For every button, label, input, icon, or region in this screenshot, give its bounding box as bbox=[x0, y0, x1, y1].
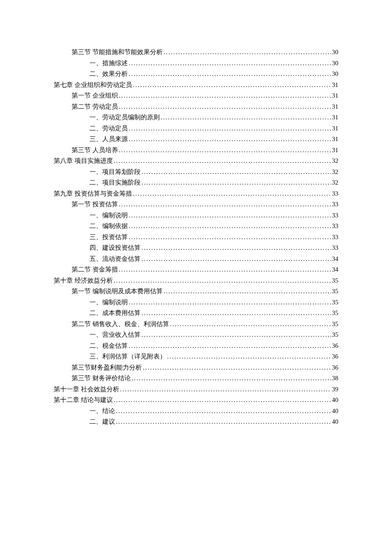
toc-entry: 第三节 财务评价结论38 bbox=[72, 373, 338, 384]
toc-page-number: 33 bbox=[332, 232, 338, 243]
toc-entry: 第二节 资金筹措34 bbox=[72, 264, 338, 275]
toc-entry: 第十一章 社会效益分析39 bbox=[54, 384, 338, 395]
toc-leader-dots bbox=[114, 156, 331, 167]
toc-leader-dots bbox=[161, 112, 331, 123]
toc-leader-dots bbox=[119, 101, 331, 113]
toc-entry: 第三节财务盈利能力分析36 bbox=[72, 362, 338, 373]
toc-page-number: 31 bbox=[332, 80, 338, 91]
toc-label: 第一节 编制说明及成本费用估算 bbox=[72, 286, 163, 297]
toc-page-number: 40 bbox=[332, 406, 338, 417]
toc-page-number: 40 bbox=[332, 416, 338, 428]
toc-entry: 第二节 劳动定员31 bbox=[72, 101, 338, 113]
toc-page-number: 32 bbox=[332, 167, 338, 178]
toc-label: 第十一章 社会效益分析 bbox=[54, 384, 119, 395]
toc-page-number: 31 bbox=[332, 134, 338, 145]
toc-label: 第一节 企业组织 bbox=[72, 90, 118, 101]
toc-entry: 二、编制依据33 bbox=[89, 221, 338, 232]
toc-leader-dots bbox=[116, 406, 331, 417]
toc-entry: 二、成本费用估算35 bbox=[89, 308, 338, 319]
toc-label: 一、项目筹划阶段 bbox=[89, 167, 141, 178]
toc-label: 第八章 项目实施进度 bbox=[54, 156, 113, 167]
toc-page-number: 40 bbox=[332, 395, 338, 406]
toc-label: 二、编制依据 bbox=[89, 221, 128, 232]
toc-leader-dots bbox=[119, 145, 331, 156]
toc-entry: 二、建议40 bbox=[89, 416, 338, 428]
toc-leader-dots bbox=[141, 177, 331, 188]
toc-page-number: 32 bbox=[332, 156, 338, 167]
toc-entry: 五、流动资金估算34 bbox=[89, 254, 338, 265]
toc-label: 二、项目实施阶段 bbox=[89, 177, 141, 188]
toc-leader-dots bbox=[132, 373, 331, 384]
toc-leader-dots bbox=[141, 167, 331, 178]
toc-label: 二、劳动定员 bbox=[89, 123, 128, 134]
toc-label: 一、营业收入估算 bbox=[89, 330, 141, 341]
toc-page-number: 36 bbox=[332, 362, 338, 373]
toc-page-number: 33 bbox=[332, 221, 338, 232]
toc-leader-dots bbox=[129, 123, 331, 134]
toc-label: 三、利润估算（详见附表） bbox=[89, 351, 166, 362]
toc-page-number: 35 bbox=[332, 297, 338, 308]
toc-entry: 第二节 销售收入、税金、利润估算35 bbox=[72, 319, 338, 330]
toc-leader-dots bbox=[119, 90, 331, 101]
toc-entry: 第七章 企业组织和劳动定员31 bbox=[54, 80, 338, 91]
toc-page-number: 39 bbox=[332, 384, 338, 395]
toc-label: 二、效果分析 bbox=[89, 69, 128, 80]
toc-label: 第三节 财务评价结论 bbox=[72, 373, 131, 384]
toc-label: 第二节 销售收入、税金、利润估算 bbox=[72, 319, 169, 330]
toc-leader-dots bbox=[129, 69, 331, 80]
toc-leader-dots bbox=[170, 319, 331, 330]
toc-leader-dots bbox=[141, 243, 331, 254]
toc-page-number: 31 bbox=[332, 101, 338, 113]
toc-leader-dots bbox=[141, 308, 331, 319]
toc-page-number: 35 bbox=[332, 275, 338, 286]
toc-page-number: 33 bbox=[332, 188, 338, 199]
toc-label: 二、税金估算 bbox=[89, 341, 128, 352]
toc-label: 二、建议 bbox=[89, 416, 115, 428]
toc-entry: 第三节 人员培养31 bbox=[72, 145, 338, 156]
toc-leader-dots bbox=[129, 58, 331, 69]
toc-leader-dots bbox=[114, 395, 331, 406]
toc-entry: 第一节 投资估算33 bbox=[72, 199, 338, 210]
toc-leader-dots bbox=[119, 199, 331, 210]
toc-entry: 二、效果分析30 bbox=[89, 69, 338, 80]
toc-label: 五、流动资金估算 bbox=[89, 254, 141, 265]
toc-leader-dots bbox=[141, 330, 331, 341]
toc-page-number: 31 bbox=[332, 123, 338, 134]
toc-page-number: 38 bbox=[332, 373, 338, 384]
toc-label: 第十章 经济效益分析 bbox=[54, 275, 113, 286]
toc-entry: 第三节 节能措施和节能效果分析30 bbox=[72, 47, 338, 58]
toc-label: 四、建设投资估算 bbox=[89, 243, 141, 254]
toc-page-number: 30 bbox=[332, 58, 338, 69]
toc-entry: 第十二章 结论与建议40 bbox=[54, 395, 338, 406]
toc-label: 一、措施综述 bbox=[89, 58, 128, 69]
toc-page-number: 36 bbox=[332, 341, 338, 352]
toc-leader-dots bbox=[143, 362, 331, 373]
toc-leader-dots bbox=[120, 384, 331, 395]
toc-leader-dots bbox=[116, 416, 331, 428]
toc-page-number: 30 bbox=[332, 69, 338, 80]
toc-page-number: 34 bbox=[332, 254, 338, 265]
toc-entry: 第十章 经济效益分析35 bbox=[54, 275, 338, 286]
toc-page-number: 33 bbox=[332, 243, 338, 254]
toc-entry: 一、劳动定员编制的原则31 bbox=[89, 112, 338, 123]
toc-label: 第二节 劳动定员 bbox=[72, 101, 118, 113]
toc-page-number: 33 bbox=[332, 199, 338, 210]
toc-entry: 第一节 企业组织31 bbox=[72, 90, 338, 101]
toc-label: 第三节 人员培养 bbox=[72, 145, 118, 156]
table-of-contents: 第三节 节能措施和节能效果分析30一、措施综述30二、效果分析30第七章 企业组… bbox=[54, 47, 338, 428]
toc-leader-dots bbox=[164, 286, 331, 297]
toc-label: 第十二章 结论与建议 bbox=[54, 395, 113, 406]
toc-entry: 第八章 项目实施进度32 bbox=[54, 156, 338, 167]
toc-page-number: 31 bbox=[332, 90, 338, 101]
toc-entry: 三、投资估算33 bbox=[89, 232, 338, 243]
toc-label: 第二节 资金筹措 bbox=[72, 264, 118, 275]
toc-page-number: 31 bbox=[332, 112, 338, 123]
toc-leader-dots bbox=[114, 275, 331, 286]
toc-entry: 一、营业收入估算35 bbox=[89, 330, 338, 341]
toc-entry: 二、劳动定员31 bbox=[89, 123, 338, 134]
toc-page-number: 35 bbox=[332, 286, 338, 297]
toc-entry: 二、项目实施阶段32 bbox=[89, 177, 338, 188]
toc-label: 三、投资估算 bbox=[89, 232, 128, 243]
toc-label: 第七章 企业组织和劳动定员 bbox=[54, 80, 132, 91]
toc-leader-dots bbox=[129, 134, 331, 145]
